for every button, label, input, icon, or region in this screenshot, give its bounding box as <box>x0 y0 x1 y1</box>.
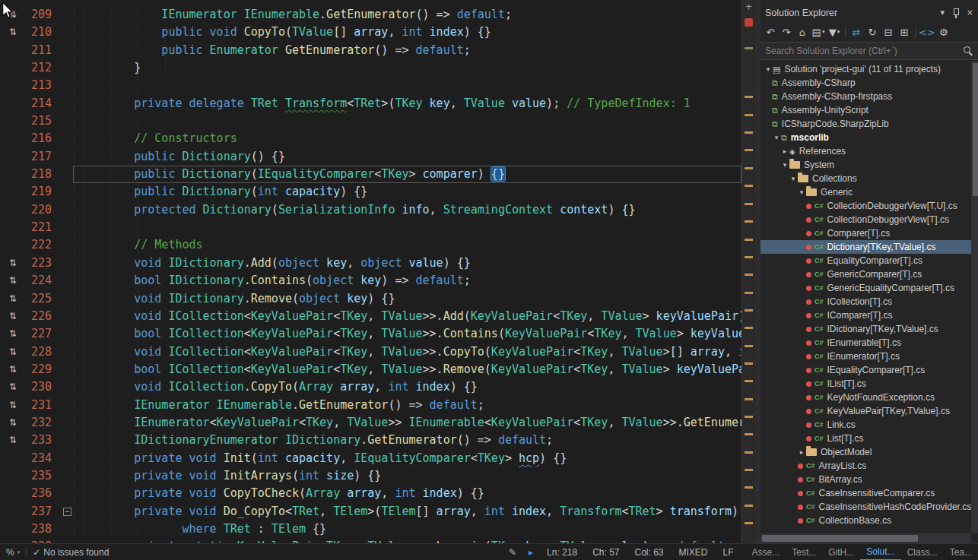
code-line[interactable]: 213 <box>0 77 741 94</box>
tree-expander-icon[interactable]: ▾ <box>780 161 789 169</box>
tree-item[interactable]: C#Link.cs <box>760 418 971 432</box>
reference-glyph-icon[interactable]: ⇅ <box>0 378 26 396</box>
view-code-icon[interactable]: <> <box>919 24 935 40</box>
char-indicator[interactable]: Ch: 57 <box>585 544 627 560</box>
line-ending-indicator[interactable]: LF <box>716 544 741 560</box>
search-icon[interactable] <box>964 46 973 56</box>
tree-item[interactable]: C#CollectionBase.cs <box>760 514 971 527</box>
tree-item[interactable]: ⧉Assembly-CSharp-firstpass <box>760 90 971 103</box>
tree-item[interactable]: C#IDictionary[TKey,TValue].cs <box>760 322 971 336</box>
tree-item[interactable]: ▾Generic <box>760 185 971 199</box>
tree-item[interactable]: C#ICollection[T].cs <box>760 295 971 308</box>
reference-glyph-icon[interactable]: ⇅ <box>0 361 26 378</box>
reference-glyph-icon[interactable]: ⇅ <box>0 325 26 343</box>
tree-item[interactable]: ⧉Assembly-CSharp <box>760 76 971 90</box>
search-input[interactable]: Search Solution Explorer (Ctrl+`) <box>765 46 964 56</box>
collapse-all-icon[interactable]: ⊟ <box>881 24 896 40</box>
tree-item[interactable]: C#GenericComparer[T].cs <box>760 267 971 281</box>
tree-expander-icon[interactable]: ▾ <box>772 134 781 141</box>
sync-with-active-document-icon[interactable]: ⇄ <box>849 24 864 40</box>
filter-icon[interactable]: ▼▾ <box>827 24 842 40</box>
tree-item[interactable]: C#IEqualityComparer[T].cs <box>760 363 971 377</box>
splitter-grip-icon[interactable]: + <box>742 2 755 12</box>
code-line[interactable]: 222// Methods <box>0 236 741 254</box>
scrollbar-thumb[interactable] <box>973 63 978 196</box>
reference-glyph-icon[interactable]: ⇅ <box>0 397 26 414</box>
code-line[interactable]: ⇅231IEnumerator IEnumerable.GetEnumerato… <box>0 397 741 414</box>
tree-item[interactable]: ▾Collections <box>760 172 971 185</box>
tree-item[interactable]: ⧉Assembly-UnityScript <box>760 103 971 117</box>
reference-glyph-icon[interactable]: ⇅ <box>0 414 26 432</box>
panel-tab[interactable]: Solut... <box>860 544 900 560</box>
tree-expander-icon[interactable]: ▸ <box>780 147 789 155</box>
code-line[interactable]: 211public Enumerator GetEnumerator() => … <box>0 42 741 59</box>
reference-glyph-icon[interactable]: ⇅ <box>0 290 26 308</box>
editor-scrollbar[interactable]: + <box>741 0 755 543</box>
code-line[interactable]: ⇅224bool IDictionary.Contains(object key… <box>0 272 741 289</box>
reference-glyph-icon[interactable]: ⇅ <box>0 432 26 449</box>
tree-expander-icon[interactable]: ▾ <box>797 188 806 196</box>
tree-item[interactable]: ⧉ICSharpCode.SharpZipLib <box>760 117 971 131</box>
code-line[interactable]: 216// Constructors <box>0 130 741 147</box>
tree-item[interactable]: C#Comparer[T].cs <box>760 226 971 240</box>
expand-indicator-icon[interactable]: ▸ <box>522 544 539 560</box>
tree-item[interactable]: ▸ObjectModel <box>760 445 971 459</box>
code-line[interactable]: ⇅210public void CopyTo(TValue[] array, i… <box>0 24 741 41</box>
line-indicator[interactable]: Ln: 218 <box>539 544 585 560</box>
code-line[interactable]: ⇅228void ICollection<KeyValuePair<TKey, … <box>0 343 741 361</box>
tree-horizontal-scrollbar[interactable] <box>760 533 971 543</box>
reference-glyph-icon[interactable]: ⇅ <box>0 272 26 289</box>
tree-expander-icon[interactable]: ▾ <box>764 65 773 73</box>
properties-icon[interactable]: ⚙ <box>936 24 951 40</box>
scrollbar-thumb[interactable] <box>762 535 918 542</box>
code-line[interactable]: 237−private void Do_CopyTo<TRet, TElem>(… <box>0 503 741 520</box>
code-editor-pane[interactable]: ⇅209IEnumerator IEnumerable.GetEnumerato… <box>0 0 755 543</box>
panel-tab[interactable]: Tea... <box>944 544 978 560</box>
code-line[interactable]: 234private void Init(int capacity, IEqua… <box>0 450 741 467</box>
show-all-files-icon[interactable]: ⊞ <box>897 24 912 40</box>
tree-item[interactable]: C#CollectionDebuggerView[T].cs <box>760 213 971 226</box>
reference-glyph-icon[interactable]: ⇅ <box>0 255 26 272</box>
tree-expander-icon[interactable]: ▸ <box>797 448 806 456</box>
reference-glyph-icon[interactable]: ⇅ <box>0 308 26 325</box>
tree-item[interactable]: C#CollectionDebuggerView[T,U].cs <box>760 199 971 213</box>
tree-item[interactable]: C#IEnumerable[T].cs <box>760 336 971 350</box>
panel-tab[interactable]: GitH... <box>822 544 860 560</box>
code-line[interactable]: ⇅226void ICollection<KeyValuePair<TKey, … <box>0 308 741 325</box>
tree-item[interactable]: C#KeyNotFoundException.cs <box>760 391 971 404</box>
code-line[interactable]: 236private void CopyToCheck(Array array,… <box>0 485 741 502</box>
tree-item[interactable]: ▸◈References <box>760 144 971 158</box>
tree-item[interactable]: C#BitArray.cs <box>760 473 971 486</box>
code-line[interactable]: 238where TRet : TElem {} <box>0 520 741 538</box>
edit-mode-icon[interactable]: ✎ <box>503 544 522 560</box>
code-line[interactable]: 217public Dictionary() {} <box>0 148 741 166</box>
panel-tab[interactable]: Test... <box>786 544 822 560</box>
search-box[interactable]: Search Solution Explorer (Ctrl+`) <box>760 42 978 60</box>
code-line[interactable]: ⇅230void ICollection.CopyTo(Array array,… <box>0 378 741 396</box>
tree-item[interactable]: C#List[T].cs <box>760 432 971 445</box>
code-line[interactable]: 221 <box>0 219 741 236</box>
fold-collapse-icon[interactable]: − <box>63 508 71 516</box>
reference-glyph-icon[interactable]: ⇅ <box>0 24 26 41</box>
column-indicator[interactable]: Col: 63 <box>627 544 671 560</box>
refresh-icon[interactable]: ↻ <box>865 24 880 40</box>
tree-item[interactable]: C#IList[T].cs <box>760 377 971 391</box>
tree-item[interactable]: C#ArrayList.cs <box>760 459 971 473</box>
pane-splitter[interactable] <box>755 0 760 543</box>
tree-item[interactable]: C#CaseInsensitiveHashCodeProvider.cs <box>760 500 971 514</box>
code-line[interactable]: 218public Dictionary(IEqualityComparer<T… <box>0 166 741 183</box>
tree-item[interactable]: ▾System <box>760 158 971 172</box>
code-line[interactable]: ⇅223void IDictionary.Add(object key, obj… <box>0 255 741 272</box>
code-line[interactable]: 215 <box>0 112 741 130</box>
tree-item[interactable]: C#GenericEqualityComparer[T].cs <box>760 281 971 295</box>
code-line[interactable]: 219public Dictionary(int capacity) {} <box>0 183 741 201</box>
reference-glyph-icon[interactable]: ⇅ <box>0 343 26 361</box>
switch-views-icon[interactable]: ▤▾ <box>811 24 826 40</box>
zoom-control[interactable]: % ▾ <box>0 544 26 560</box>
tree-item[interactable]: C#EqualityComparer[T].cs <box>760 254 971 267</box>
home-icon[interactable]: ⌂ <box>795 24 810 40</box>
tree-item[interactable]: C#Dictionary[TKey,TValue].cs <box>760 240 971 254</box>
panel-tab[interactable]: Class... <box>901 544 944 560</box>
pin-icon[interactable] <box>949 6 963 20</box>
code-line[interactable]: ⇅225void IDictionary.Remove(object key) … <box>0 290 741 308</box>
